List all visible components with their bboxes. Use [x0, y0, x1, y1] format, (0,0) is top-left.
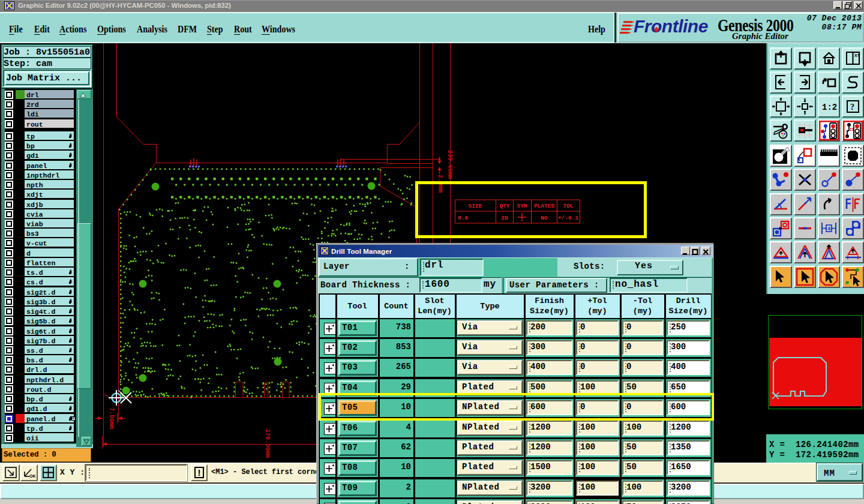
svg-text:7.00mm: 7.00mm — [108, 407, 115, 429]
svg-text:4: 4 — [828, 226, 831, 232]
svg-text:OK: OK — [29, 474, 36, 478]
svg-text:1:2: 1:2 — [822, 103, 837, 112]
svg-text:?: ? — [850, 103, 854, 112]
svg-text:XY: XY — [854, 53, 860, 58]
svg-text:239.40mm: 239.40mm — [446, 150, 453, 179]
svg-text:170.00mm: 170.00mm — [264, 429, 271, 458]
